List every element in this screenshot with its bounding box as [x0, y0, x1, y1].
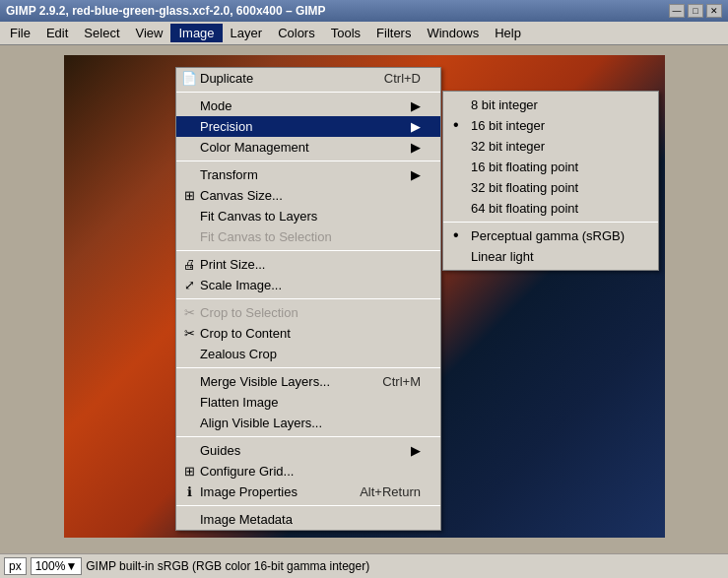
- precision-arrow: ▶: [411, 119, 421, 134]
- menubar: File Edit Select View Image Layer Colors…: [0, 22, 728, 45]
- titlebar-title: GIMP 2.9.2, red-blue-green-glass.xcf-2.0…: [6, 4, 326, 18]
- titlebar-controls: — □ ✕: [669, 4, 722, 18]
- maximize-button[interactable]: □: [688, 4, 703, 18]
- linear-light-label: Linear light: [471, 249, 534, 264]
- menu-item-duplicate[interactable]: 📄 Duplicate Ctrl+D: [176, 68, 440, 89]
- 16bit-integer-label: 16 bit integer: [471, 118, 545, 133]
- menu-item-canvas-size[interactable]: ⊞ Canvas Size...: [176, 185, 440, 206]
- submenu-32bit-integer[interactable]: 32 bit integer: [443, 136, 658, 157]
- submenu-8bit-integer[interactable]: 8 bit integer: [443, 95, 658, 115]
- transform-label: Transform: [200, 167, 258, 182]
- zoom-selector[interactable]: 100% ▼: [31, 557, 83, 575]
- crop-content-icon: ✂: [180, 326, 198, 341]
- configure-grid-icon: ⊞: [180, 464, 198, 479]
- menu-item-configure-grid[interactable]: ⊞ Configure Grid...: [176, 461, 440, 482]
- guides-label: Guides: [200, 443, 240, 458]
- menu-item-color-management[interactable]: Color Management ▶: [176, 137, 440, 158]
- precision-submenu: 8 bit integer 16 bit integer 32 bit inte…: [442, 91, 659, 271]
- menu-file[interactable]: File: [2, 24, 38, 42]
- 32bit-integer-label: 32 bit integer: [471, 139, 545, 154]
- perceptual-gamma-label: Perceptual gamma (sRGB): [471, 228, 625, 243]
- separator-5: [176, 367, 440, 368]
- mode-label: Mode: [200, 98, 232, 113]
- image-properties-label: Image Properties: [200, 484, 298, 499]
- menu-colors[interactable]: Colors: [270, 24, 323, 42]
- separator-6: [176, 436, 440, 437]
- image-dropdown-menu: 📄 Duplicate Ctrl+D Mode ▶ Precision ▶ Co…: [175, 67, 441, 531]
- submenu-32bit-float[interactable]: 32 bit floating point: [443, 177, 658, 198]
- submenu-separator: [443, 222, 658, 223]
- menu-item-fit-canvas-selection: Fit Canvas to Selection: [176, 226, 440, 247]
- precision-label: Precision: [200, 119, 252, 134]
- submenu-linear-light[interactable]: Linear light: [443, 246, 658, 267]
- guides-arrow: ▶: [411, 443, 421, 458]
- menu-item-align-visible[interactable]: Align Visible Layers...: [176, 413, 440, 433]
- menu-item-print-size[interactable]: 🖨 Print Size...: [176, 254, 440, 275]
- crop-selection-icon: ✂: [180, 305, 198, 320]
- print-size-icon: 🖨: [180, 257, 198, 272]
- separator-4: [176, 298, 440, 299]
- menu-filters[interactable]: Filters: [368, 24, 419, 42]
- crop-to-content-label: Crop to Content: [200, 326, 291, 341]
- menu-windows[interactable]: Windows: [419, 24, 487, 42]
- menu-help[interactable]: Help: [487, 24, 529, 42]
- print-size-label: Print Size...: [200, 257, 265, 272]
- main-content: 📄 Duplicate Ctrl+D Mode ▶ Precision ▶ Co…: [0, 45, 728, 555]
- titlebar: GIMP 2.9.2, red-blue-green-glass.xcf-2.0…: [0, 0, 728, 22]
- duplicate-shortcut: Ctrl+D: [384, 71, 421, 86]
- submenu-perceptual-gamma[interactable]: Perceptual gamma (sRGB): [443, 225, 658, 246]
- menu-view[interactable]: View: [128, 24, 171, 42]
- menu-image[interactable]: Image: [170, 24, 222, 42]
- menu-item-guides[interactable]: Guides ▶: [176, 440, 440, 461]
- zoom-arrow-icon: ▼: [65, 559, 77, 573]
- menu-tools[interactable]: Tools: [323, 24, 368, 42]
- 32bit-float-label: 32 bit floating point: [471, 180, 578, 195]
- mode-arrow: ▶: [411, 98, 421, 113]
- menu-item-zealous-crop[interactable]: Zealous Crop: [176, 344, 440, 364]
- 64bit-float-label: 64 bit floating point: [471, 201, 578, 216]
- menu-item-crop-to-content[interactable]: ✂ Crop to Content: [176, 323, 440, 344]
- 16bit-float-label: 16 bit floating point: [471, 160, 578, 174]
- menu-item-merge-visible[interactable]: Merge Visible Layers... Ctrl+M: [176, 371, 440, 392]
- fit-canvas-layers-label: Fit Canvas to Layers: [200, 209, 317, 224]
- image-properties-icon: ℹ: [180, 484, 198, 499]
- flatten-image-label: Flatten Image: [200, 395, 279, 410]
- submenu-16bit-float[interactable]: 16 bit floating point: [443, 157, 658, 177]
- canvas-size-icon: ⊞: [180, 188, 198, 203]
- menu-item-fit-canvas-layers[interactable]: Fit Canvas to Layers: [176, 206, 440, 226]
- scale-image-icon: ⤢: [180, 278, 198, 292]
- zoom-value: 100%: [35, 559, 66, 573]
- align-visible-label: Align Visible Layers...: [200, 416, 322, 430]
- image-properties-shortcut: Alt+Return: [360, 484, 421, 499]
- close-button[interactable]: ✕: [706, 4, 722, 18]
- color-management-label: Color Management: [200, 140, 309, 155]
- configure-grid-label: Configure Grid...: [200, 464, 294, 479]
- menu-item-flatten-image[interactable]: Flatten Image: [176, 392, 440, 413]
- menu-layer[interactable]: Layer: [223, 24, 271, 42]
- submenu-16bit-integer[interactable]: 16 bit integer: [443, 115, 658, 136]
- menu-item-transform[interactable]: Transform ▶: [176, 164, 440, 185]
- menu-item-precision[interactable]: Precision ▶: [176, 116, 440, 137]
- duplicate-icon: 📄: [180, 71, 198, 86]
- menu-item-image-properties[interactable]: ℹ Image Properties Alt+Return: [176, 482, 440, 502]
- submenu-64bit-float[interactable]: 64 bit floating point: [443, 198, 658, 219]
- image-metadata-label: Image Metadata: [200, 512, 293, 527]
- 8bit-integer-label: 8 bit integer: [471, 97, 538, 112]
- status-text: GIMP built-in sRGB (RGB color 16-bit gam…: [86, 559, 369, 573]
- menu-item-mode[interactable]: Mode ▶: [176, 96, 440, 116]
- fit-canvas-selection-label: Fit Canvas to Selection: [200, 229, 332, 244]
- menu-item-crop-to-selection: ✂ Crop to Selection: [176, 302, 440, 323]
- merge-visible-shortcut: Ctrl+M: [382, 374, 421, 389]
- unit-selector[interactable]: px: [4, 557, 27, 575]
- canvas-size-label: Canvas Size...: [200, 188, 283, 203]
- transform-arrow: ▶: [411, 167, 421, 182]
- scale-image-label: Scale Image...: [200, 278, 282, 292]
- menu-item-image-metadata[interactable]: Image Metadata: [176, 509, 440, 530]
- zealous-crop-label: Zealous Crop: [200, 347, 277, 361]
- color-management-arrow: ▶: [411, 140, 421, 155]
- menu-select[interactable]: Select: [76, 24, 127, 42]
- minimize-button[interactable]: —: [669, 4, 685, 18]
- duplicate-label: Duplicate: [200, 71, 253, 86]
- menu-edit[interactable]: Edit: [38, 24, 76, 42]
- menu-item-scale-image[interactable]: ⤢ Scale Image...: [176, 275, 440, 295]
